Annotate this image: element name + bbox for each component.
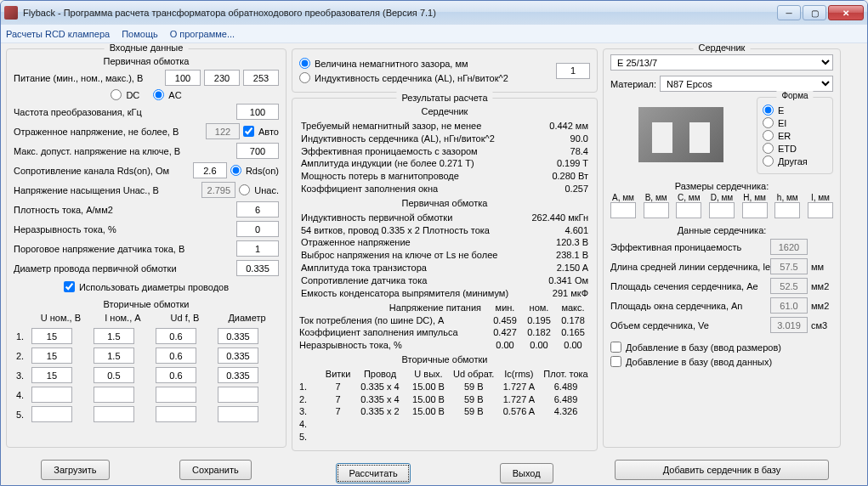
ae-input bbox=[770, 278, 808, 294]
material-label: Материал: bbox=[610, 79, 656, 89]
usat-radio[interactable]: Uнас. bbox=[239, 184, 279, 195]
data-title: Данные сердечника: bbox=[610, 225, 833, 235]
refl-label: Отраженное напряжение, не более, В bbox=[14, 127, 202, 137]
refl-input bbox=[206, 123, 240, 139]
res-core-sub: Сердечник bbox=[299, 105, 590, 118]
result-sec-row: 4. bbox=[299, 418, 590, 431]
material-select[interactable]: N87 Epcos bbox=[660, 76, 833, 92]
sec3-d[interactable] bbox=[218, 367, 258, 383]
shape-radio-другая[interactable]: Другая bbox=[763, 155, 827, 167]
core-select[interactable]: E 25/13/7 bbox=[610, 54, 833, 71]
dim-input[interactable] bbox=[774, 202, 800, 218]
sec3-i[interactable] bbox=[94, 367, 134, 383]
calc-button[interactable]: Рассчитать bbox=[336, 463, 410, 483]
sec2-u[interactable] bbox=[31, 348, 72, 364]
sec1-d[interactable] bbox=[218, 328, 258, 344]
mu-input bbox=[770, 239, 808, 255]
disc-label: Неразрывность тока, % bbox=[14, 224, 233, 235]
rdson-input[interactable] bbox=[193, 162, 227, 178]
add-dims-checkbox[interactable]: Добавление в базу (ввод размеров) bbox=[610, 342, 833, 353]
add-data-checkbox[interactable]: Добавление в базу (ввод данных) bbox=[610, 356, 833, 367]
supply-min-input[interactable] bbox=[165, 70, 201, 86]
res-prim-sub: Первичная обмотка bbox=[299, 197, 590, 210]
thres-label: Пороговое напряжение датчика тока, В bbox=[14, 244, 233, 254]
dc-radio[interactable]: DC bbox=[111, 89, 139, 100]
dim-input[interactable] bbox=[676, 202, 701, 218]
save-button[interactable]: Сохранить bbox=[179, 460, 252, 480]
shape-radio-e[interactable]: E bbox=[763, 105, 827, 116]
shape-radio-etd[interactable]: ETD bbox=[763, 143, 827, 154]
sec4-uf[interactable] bbox=[156, 387, 196, 403]
maximize-button[interactable]: ▢ bbox=[803, 5, 826, 20]
result-sec-row: 1.70.335 x 415.00 В59 В1.727 A6.489 bbox=[299, 381, 590, 393]
sec-group-title: Вторичные обмотки bbox=[14, 299, 279, 309]
sec4-d[interactable] bbox=[218, 387, 258, 403]
usewire-checkbox[interactable]: Использовать диаметры проводов bbox=[64, 281, 229, 292]
result-sec-row: 3.70.335 x 215.00 В59 В0.576 A4.326 bbox=[299, 405, 590, 418]
primary-group-title: Первичная обмотка bbox=[14, 56, 279, 66]
maxsw-input[interactable] bbox=[236, 143, 279, 159]
jdens-label: Плотность тока, A/мм2 bbox=[14, 205, 233, 215]
thres-input[interactable] bbox=[236, 240, 279, 257]
sec5-uf[interactable] bbox=[156, 406, 196, 422]
sec2-uf[interactable] bbox=[156, 348, 196, 364]
dim-input[interactable] bbox=[742, 202, 768, 218]
dim-input[interactable] bbox=[610, 202, 636, 218]
core-image bbox=[634, 100, 728, 168]
dim-input[interactable] bbox=[709, 202, 735, 218]
auto-checkbox[interactable]: Авто bbox=[243, 126, 279, 137]
jdens-input[interactable] bbox=[236, 201, 279, 218]
results-title: Результаты расчета bbox=[396, 92, 492, 105]
sec1-uf[interactable] bbox=[156, 328, 196, 344]
close-button[interactable]: ✕ bbox=[828, 5, 864, 20]
result-sec-row: 2.70.335 x 415.00 В59 В1.727 A6.489 bbox=[299, 393, 590, 406]
menu-about[interactable]: О программе... bbox=[170, 29, 235, 39]
diam-input[interactable] bbox=[236, 260, 279, 276]
core-group-title: Сердечник bbox=[694, 43, 751, 53]
shape-radio-ei[interactable]: EI bbox=[763, 117, 827, 128]
res-sec-sub: Вторичные обмотки bbox=[299, 353, 590, 366]
sec4-i[interactable] bbox=[94, 387, 134, 403]
sec1-i[interactable] bbox=[94, 328, 134, 344]
maxsw-label: Макс. допуст. напряжение на ключе, В bbox=[14, 146, 233, 156]
menu-rcd[interactable]: Расчеты RCD клампера bbox=[6, 29, 110, 39]
sec2-i[interactable] bbox=[94, 348, 134, 364]
titlebar: Flyback - Программа расчета трансформато… bbox=[1, 1, 867, 25]
sec5-d[interactable] bbox=[218, 406, 258, 422]
gap-radio[interactable]: Величина немагнитного зазора, мм bbox=[299, 58, 508, 69]
rdson-label: Сопротивление канала Rds(on), Ом bbox=[14, 166, 190, 176]
shape-radio-er[interactable]: ER bbox=[763, 130, 827, 141]
dim-input[interactable] bbox=[644, 202, 669, 218]
ac-radio[interactable]: AC bbox=[153, 89, 181, 100]
load-button[interactable]: Загрузить bbox=[41, 460, 109, 480]
minimize-button[interactable]: ─ bbox=[777, 5, 801, 20]
supply-max-input[interactable] bbox=[243, 70, 279, 86]
dim-input[interactable] bbox=[808, 202, 833, 218]
supply-nom-input[interactable] bbox=[204, 70, 240, 86]
freq-label: Частота преобразования, кГц bbox=[14, 107, 233, 117]
sec4-u[interactable] bbox=[31, 387, 72, 403]
sec3-u[interactable] bbox=[31, 367, 72, 383]
rdson-radio[interactable]: Rds(on) bbox=[230, 165, 279, 176]
sec5-u[interactable] bbox=[31, 406, 72, 422]
exit-button[interactable]: Выход bbox=[500, 463, 553, 483]
le-input bbox=[770, 258, 808, 274]
sec5-i[interactable] bbox=[94, 406, 134, 422]
input-group-title: Входные данные bbox=[105, 43, 189, 53]
window-title: Flyback - Программа расчета трансформато… bbox=[23, 8, 777, 18]
usat-label: Напряжение насыщения Uнас., В bbox=[14, 185, 198, 195]
gap-input[interactable] bbox=[556, 63, 590, 79]
sec1-u[interactable] bbox=[31, 328, 72, 344]
disc-input[interactable] bbox=[236, 221, 279, 237]
al-radio[interactable]: Индуктивность сердечника (AL), нГн/виток… bbox=[299, 72, 508, 83]
menu-help[interactable]: Помощь bbox=[122, 29, 158, 39]
shape-title: Форма bbox=[776, 91, 813, 100]
an-input bbox=[770, 297, 808, 314]
sec3-uf[interactable] bbox=[156, 367, 196, 383]
ve-input bbox=[770, 317, 808, 333]
app-icon bbox=[4, 6, 18, 20]
supply-label: Питание (мин., ном., макс.), В bbox=[14, 73, 162, 83]
freq-input[interactable] bbox=[236, 104, 279, 120]
add-core-button[interactable]: Добавить сердечник в базу bbox=[615, 460, 829, 480]
sec2-d[interactable] bbox=[218, 348, 258, 364]
